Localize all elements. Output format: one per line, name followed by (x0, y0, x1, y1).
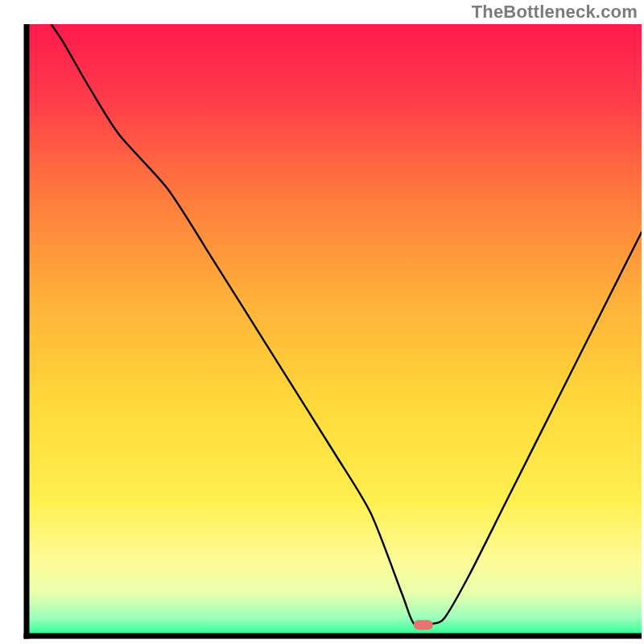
plot-area (27, 24, 642, 636)
optimal-marker (414, 620, 433, 630)
watermark-text: TheBottleneck.com (472, 2, 638, 23)
bottleneck-chart: TheBottleneck.com (0, 0, 644, 644)
gradient-background (27, 24, 642, 636)
chart-svg (0, 0, 644, 644)
